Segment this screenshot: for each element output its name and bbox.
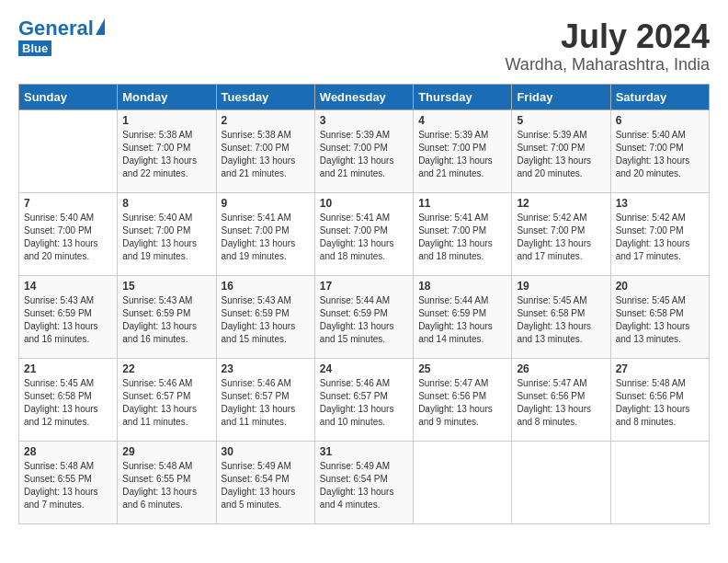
day-number: 8 — [122, 197, 210, 210]
day-number: 24 — [320, 362, 408, 375]
calendar-cell: 3Sunrise: 5:39 AM Sunset: 7:00 PM Daylig… — [314, 109, 413, 192]
day-number: 26 — [517, 362, 605, 375]
day-number: 5 — [517, 114, 605, 127]
calendar-cell: 4Sunrise: 5:39 AM Sunset: 7:00 PM Daylig… — [414, 109, 512, 192]
calendar-cell: 9Sunrise: 5:41 AM Sunset: 7:00 PM Daylig… — [216, 192, 314, 275]
day-info: Sunrise: 5:43 AM Sunset: 6:59 PM Dayligh… — [122, 294, 210, 346]
day-info: Sunrise: 5:41 AM Sunset: 7:00 PM Dayligh… — [222, 212, 310, 263]
day-info: Sunrise: 5:45 AM Sunset: 6:58 PM Dayligh… — [517, 294, 605, 346]
day-number: 31 — [320, 445, 408, 458]
calendar-cell: 20Sunrise: 5:45 AM Sunset: 6:58 PM Dayli… — [610, 275, 709, 358]
day-info: Sunrise: 5:43 AM Sunset: 6:59 PM Dayligh… — [222, 294, 310, 346]
title-area: July 2024 Wardha, Maharashtra, India — [506, 18, 710, 75]
day-number: 23 — [222, 362, 310, 375]
calendar-cell — [19, 109, 118, 192]
day-info: Sunrise: 5:49 AM Sunset: 6:54 PM Dayligh… — [320, 460, 408, 511]
calendar-cell: 18Sunrise: 5:44 AM Sunset: 6:59 PM Dayli… — [414, 275, 512, 358]
day-info: Sunrise: 5:39 AM Sunset: 7:00 PM Dayligh… — [517, 129, 605, 180]
day-number: 28 — [24, 445, 112, 458]
calendar-cell: 27Sunrise: 5:48 AM Sunset: 6:56 PM Dayli… — [610, 358, 709, 441]
day-number: 11 — [418, 197, 506, 210]
calendar-cell — [610, 441, 709, 523]
logo: General Blue — [18, 18, 105, 56]
day-info: Sunrise: 5:46 AM Sunset: 6:57 PM Dayligh… — [222, 377, 310, 429]
calendar-cell: 2Sunrise: 5:38 AM Sunset: 7:00 PM Daylig… — [216, 109, 314, 192]
weekday-header-saturday: Saturday — [610, 84, 709, 109]
day-info: Sunrise: 5:38 AM Sunset: 7:00 PM Dayligh… — [222, 129, 310, 180]
day-info: Sunrise: 5:44 AM Sunset: 6:59 PM Dayligh… — [320, 294, 408, 346]
day-info: Sunrise: 5:41 AM Sunset: 7:00 PM Dayligh… — [418, 212, 506, 263]
day-info: Sunrise: 5:46 AM Sunset: 6:57 PM Dayligh… — [122, 377, 210, 429]
calendar-cell: 10Sunrise: 5:41 AM Sunset: 7:00 PM Dayli… — [314, 192, 413, 275]
weekday-header-sunday: Sunday — [19, 84, 118, 109]
day-number: 7 — [24, 197, 112, 210]
calendar-cell: 16Sunrise: 5:43 AM Sunset: 6:59 PM Dayli… — [216, 275, 314, 358]
calendar-cell: 14Sunrise: 5:43 AM Sunset: 6:59 PM Dayli… — [19, 275, 118, 358]
calendar-cell: 15Sunrise: 5:43 AM Sunset: 6:59 PM Dayli… — [118, 275, 216, 358]
calendar-cell: 5Sunrise: 5:39 AM Sunset: 7:00 PM Daylig… — [512, 109, 610, 192]
calendar-cell — [414, 441, 512, 523]
calendar-cell: 26Sunrise: 5:47 AM Sunset: 6:56 PM Dayli… — [512, 358, 610, 441]
day-number: 30 — [222, 445, 310, 458]
calendar-week-5: 28Sunrise: 5:48 AM Sunset: 6:55 PM Dayli… — [19, 441, 710, 523]
day-info: Sunrise: 5:42 AM Sunset: 7:00 PM Dayligh… — [517, 212, 605, 263]
calendar-cell: 24Sunrise: 5:46 AM Sunset: 6:57 PM Dayli… — [314, 358, 413, 441]
day-number: 12 — [517, 197, 605, 210]
day-number: 1 — [122, 114, 210, 127]
day-info: Sunrise: 5:49 AM Sunset: 6:54 PM Dayligh… — [222, 460, 310, 511]
day-info: Sunrise: 5:40 AM Sunset: 7:00 PM Dayligh… — [122, 212, 210, 263]
day-number: 16 — [222, 280, 310, 293]
calendar-cell: 25Sunrise: 5:47 AM Sunset: 6:56 PM Dayli… — [414, 358, 512, 441]
calendar-cell: 11Sunrise: 5:41 AM Sunset: 7:00 PM Dayli… — [414, 192, 512, 275]
weekday-header-row: SundayMondayTuesdayWednesdayThursdayFrid… — [19, 84, 710, 109]
calendar-week-3: 14Sunrise: 5:43 AM Sunset: 6:59 PM Dayli… — [19, 275, 710, 358]
weekday-header-tuesday: Tuesday — [216, 84, 314, 109]
day-number: 25 — [418, 362, 506, 375]
day-number: 21 — [24, 362, 112, 375]
day-number: 22 — [122, 362, 210, 375]
day-info: Sunrise: 5:45 AM Sunset: 6:58 PM Dayligh… — [24, 377, 112, 429]
calendar-cell: 13Sunrise: 5:42 AM Sunset: 7:00 PM Dayli… — [610, 192, 709, 275]
calendar-cell: 6Sunrise: 5:40 AM Sunset: 7:00 PM Daylig… — [610, 109, 709, 192]
day-info: Sunrise: 5:46 AM Sunset: 6:57 PM Dayligh… — [320, 377, 408, 429]
day-info: Sunrise: 5:48 AM Sunset: 6:55 PM Dayligh… — [24, 460, 112, 511]
day-number: 17 — [320, 280, 408, 293]
calendar-cell: 8Sunrise: 5:40 AM Sunset: 7:00 PM Daylig… — [118, 192, 216, 275]
day-info: Sunrise: 5:38 AM Sunset: 7:00 PM Dayligh… — [122, 129, 210, 180]
day-info: Sunrise: 5:40 AM Sunset: 7:00 PM Dayligh… — [24, 212, 112, 263]
day-number: 27 — [616, 362, 704, 375]
day-info: Sunrise: 5:42 AM Sunset: 7:00 PM Dayligh… — [616, 212, 704, 263]
day-number: 20 — [616, 280, 704, 293]
day-info: Sunrise: 5:47 AM Sunset: 6:56 PM Dayligh… — [418, 377, 506, 429]
logo-general: General — [18, 18, 94, 39]
calendar-cell: 29Sunrise: 5:48 AM Sunset: 6:55 PM Dayli… — [118, 441, 216, 523]
day-info: Sunrise: 5:44 AM Sunset: 6:59 PM Dayligh… — [418, 294, 506, 346]
day-info: Sunrise: 5:45 AM Sunset: 6:58 PM Dayligh… — [616, 294, 704, 346]
day-info: Sunrise: 5:39 AM Sunset: 7:00 PM Dayligh… — [320, 129, 408, 180]
calendar-cell: 30Sunrise: 5:49 AM Sunset: 6:54 PM Dayli… — [216, 441, 314, 523]
day-number: 6 — [616, 114, 704, 127]
location-title: Wardha, Maharashtra, India — [506, 55, 710, 75]
weekday-header-monday: Monday — [118, 84, 216, 109]
day-number: 10 — [320, 197, 408, 210]
weekday-header-thursday: Thursday — [414, 84, 512, 109]
day-info: Sunrise: 5:47 AM Sunset: 6:56 PM Dayligh… — [517, 377, 605, 429]
day-info: Sunrise: 5:40 AM Sunset: 7:00 PM Dayligh… — [616, 129, 704, 180]
calendar-cell — [512, 441, 610, 523]
calendar-cell: 7Sunrise: 5:40 AM Sunset: 7:00 PM Daylig… — [19, 192, 118, 275]
day-info: Sunrise: 5:41 AM Sunset: 7:00 PM Dayligh… — [320, 212, 408, 263]
day-number: 4 — [418, 114, 506, 127]
calendar-week-1: 1Sunrise: 5:38 AM Sunset: 7:00 PM Daylig… — [19, 109, 710, 192]
day-number: 19 — [517, 280, 605, 293]
month-title: July 2024 — [506, 18, 710, 55]
calendar-cell: 21Sunrise: 5:45 AM Sunset: 6:58 PM Dayli… — [19, 358, 118, 441]
calendar-body: 1Sunrise: 5:38 AM Sunset: 7:00 PM Daylig… — [19, 109, 710, 523]
day-number: 29 — [122, 445, 210, 458]
calendar-cell: 17Sunrise: 5:44 AM Sunset: 6:59 PM Dayli… — [314, 275, 413, 358]
day-number: 14 — [24, 280, 112, 293]
calendar-week-4: 21Sunrise: 5:45 AM Sunset: 6:58 PM Dayli… — [19, 358, 710, 441]
calendar-week-2: 7Sunrise: 5:40 AM Sunset: 7:00 PM Daylig… — [19, 192, 710, 275]
day-number: 18 — [418, 280, 506, 293]
day-number: 13 — [616, 197, 704, 210]
calendar-cell: 31Sunrise: 5:49 AM Sunset: 6:54 PM Dayli… — [314, 441, 413, 523]
